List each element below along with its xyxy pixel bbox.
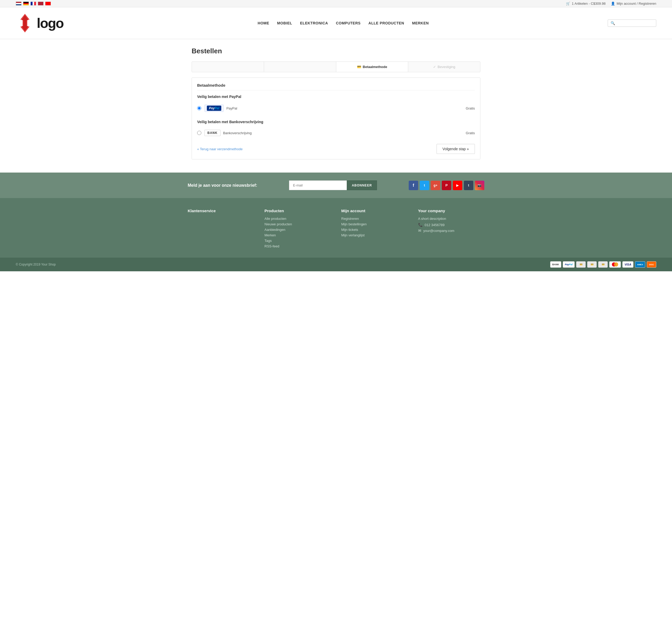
pay-icon-bank: BANK — [550, 261, 561, 267]
paypal-radio[interactable] — [197, 106, 201, 110]
copyright-text: © Copyright 2019 Your Shop — [16, 263, 56, 266]
link-mijn-verlanglijst[interactable]: Mijn verlanglijst — [341, 233, 408, 237]
bank-radio[interactable] — [197, 131, 201, 135]
link-registreren[interactable]: Registreren — [341, 217, 408, 220]
pay-icon-mastercard — [609, 261, 621, 267]
footer-links: Klantenservice Producten Alle producten … — [0, 198, 672, 258]
bank-label: Bankoverschrijving — [223, 131, 466, 135]
newsletter-email-input[interactable] — [289, 181, 347, 190]
next-button[interactable]: Volgende stap » — [436, 144, 475, 154]
link-merken[interactable]: Merken — [265, 233, 331, 237]
pay-icon-2: 💳 — [587, 261, 597, 267]
step-3-label: Betaalmethode — [363, 65, 387, 69]
nav-elektronica[interactable]: ELEKTRONICA — [300, 21, 328, 25]
col1-title: Klantenservice — [188, 209, 254, 213]
account-icon: 👤 — [611, 2, 615, 5]
language-flags — [16, 2, 51, 5]
social-icons: f t g+ P ▶ t 📷 — [409, 181, 484, 190]
main-content: Bestellen 💳 Betaalmethode ✓ Bevestiging … — [176, 39, 496, 172]
link-rss-feed[interactable]: RSS-feed — [265, 244, 331, 248]
logo-text[interactable]: logo — [37, 15, 64, 31]
googleplus-icon[interactable]: g+ — [431, 181, 440, 190]
footer-col-producten: Producten Alle producten Nieuwe producte… — [265, 209, 331, 250]
svg-point-1 — [614, 262, 618, 266]
footer-bottom: © Copyright 2019 Your Shop BANK PayPal 💳… — [0, 258, 672, 271]
link-aanbiedingen[interactable]: Aanbiedingen — [265, 228, 331, 232]
nav-alle-producten[interactable]: ALLE PRODUCTEN — [368, 21, 404, 25]
link-nieuwe-producten[interactable]: Nieuwe producten — [265, 222, 331, 226]
logo-area: logo — [16, 13, 79, 33]
main-nav: HOME MOBIEL ELEKTRONICA COMPUTERS ALLE P… — [89, 21, 597, 25]
paypal-header: Veilig betalen met PayPal — [197, 95, 475, 99]
email-icon: ✉ — [418, 229, 421, 233]
step-2 — [264, 62, 336, 72]
cart-text: 1 Artikelen - C$309.98 — [572, 2, 606, 5]
newsletter-form: ABONNEER — [289, 181, 377, 190]
flag-us[interactable] — [38, 2, 44, 5]
phone-contact: 📞 012 3456789 — [418, 223, 485, 227]
account-info[interactable]: 👤 Mijn account / Registreren — [611, 2, 656, 5]
payment-section-title: Betaalmethode — [197, 83, 475, 90]
flag-fr[interactable] — [30, 2, 36, 5]
header: logo HOME MOBIEL ELEKTRONICA COMPUTERS A… — [0, 7, 672, 39]
payment-box: Betaalmethode Veilig betalen met PayPal … — [192, 77, 480, 159]
newsletter-inner: Meld je aan voor onze nieuwsbrief: ABONN… — [188, 181, 484, 190]
pay-icon-3: 💳 — [598, 261, 608, 267]
search-box: 🔍 — [608, 19, 656, 27]
bank-header: Veilig betalen met Bankoverschrijving — [197, 120, 475, 124]
flag-nl[interactable] — [16, 2, 22, 5]
step-bevestiging: ✓ Bevestiging — [408, 62, 480, 72]
nav-home[interactable]: HOME — [258, 21, 269, 25]
step-3-icon: 💳 — [357, 65, 361, 69]
link-mijn-bestellingen[interactable]: Mijn bestellingen — [341, 222, 408, 226]
page-title: Bestellen — [192, 47, 480, 55]
email-contact: ✉ your@company.com — [418, 229, 485, 233]
bank-section: Veilig betalen met Bankoverschrijving BA… — [197, 120, 475, 139]
twitter-icon[interactable]: t — [420, 181, 429, 190]
top-bar: 🛒 1 Artikelen - C$309.98 👤 Mijn account … — [0, 0, 672, 7]
link-alle-producten[interactable]: Alle producten — [265, 217, 331, 220]
col4-desc: A short description — [418, 217, 485, 220]
nav-mobiel[interactable]: MOBIEL — [277, 21, 292, 25]
cart-icon: 🛒 — [566, 2, 570, 5]
paypal-section: Veilig betalen met PayPal PayPal PayPal … — [197, 95, 475, 115]
newsletter-subscribe-button[interactable]: ABONNEER — [347, 181, 377, 190]
logo-icon — [16, 13, 34, 33]
instagram-icon[interactable]: 📷 — [475, 181, 484, 190]
search-input[interactable] — [617, 21, 653, 25]
link-mijn-tickets[interactable]: Mijn tickets — [341, 228, 408, 232]
newsletter-text: Meld je aan voor onze nieuwsbrief: — [188, 183, 257, 188]
col2-title: Producten — [265, 209, 331, 213]
pinterest-icon[interactable]: P — [442, 181, 451, 190]
paypal-label: PayPal — [226, 107, 466, 110]
step-1 — [192, 62, 264, 72]
flag-ca[interactable] — [45, 2, 51, 5]
bank-price: Gratis — [466, 131, 475, 135]
tumblr-icon[interactable]: t — [464, 181, 473, 190]
youtube-icon[interactable]: ▶ — [453, 181, 462, 190]
footer-newsletter: Meld je aan voor onze nieuwsbrief: ABONN… — [0, 172, 672, 198]
paypal-option[interactable]: PayPal PayPal Gratis — [197, 102, 475, 115]
facebook-icon[interactable]: f — [409, 181, 418, 190]
bank-option[interactable]: BANK Bankoverschrijving Gratis — [197, 127, 475, 139]
link-tags[interactable]: Tags — [265, 239, 331, 243]
pay-icon-visa: VISA — [622, 261, 633, 267]
nav-buttons: « Terug naar verzendmethode Volgende sta… — [197, 144, 475, 154]
footer-links-inner: Klantenservice Producten Alle producten … — [188, 209, 484, 250]
pay-icon-paypal: PayPal — [563, 261, 575, 267]
paypal-logo: PayPal — [205, 104, 224, 112]
pay-icon-1: 💳 — [576, 261, 586, 267]
flag-de[interactable] — [23, 2, 29, 5]
phone-number: 012 3456789 — [425, 223, 445, 227]
back-link[interactable]: « Terug naar verzendmethode — [197, 147, 243, 151]
search-icon: 🔍 — [610, 21, 615, 25]
cart-info[interactable]: 🛒 1 Artikelen - C$309.98 — [566, 2, 606, 5]
nav-computers[interactable]: COMPUTERS — [336, 21, 361, 25]
step-4-icon: ✓ — [433, 65, 436, 69]
pay-icon-amex: AMEX — [635, 261, 645, 267]
pay-icon-discover: DISC — [647, 261, 656, 267]
payment-icons-bar: BANK PayPal 💳 💳 💳 VISA AMEX DISC — [550, 261, 656, 267]
checkout-steps: 💳 Betaalmethode ✓ Bevestiging — [192, 62, 480, 72]
nav-merken[interactable]: MERKEN — [412, 21, 429, 25]
email-address: your@company.com — [424, 229, 454, 233]
